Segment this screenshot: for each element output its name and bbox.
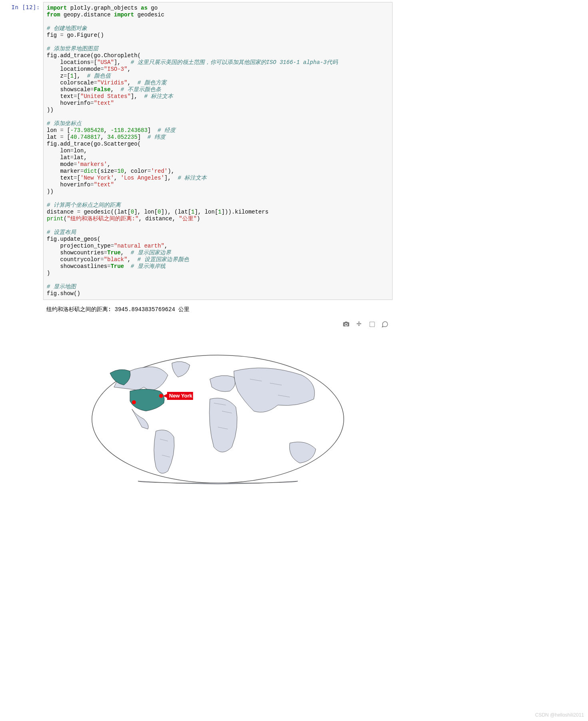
- plotly-map-output[interactable]: New York: [43, 331, 393, 515]
- stdout-output: 纽约和洛杉矶之间的距离: 3945.8943835769624 公里: [43, 304, 393, 316]
- marker-los-angeles[interactable]: [132, 400, 136, 404]
- hover-tooltip: New York: [163, 392, 193, 400]
- notebook: In [12]: import plotly.graph_objects as …: [0, 0, 393, 515]
- svg-rect-0: [370, 322, 375, 327]
- hover-icon[interactable]: [381, 321, 389, 328]
- code-input-area[interactable]: import plotly.graph_objects as go from g…: [43, 2, 393, 300]
- pan-icon[interactable]: [355, 321, 363, 328]
- output-cell: 纽约和洛杉矶之间的距离: 3945.8943835769624 公里: [0, 302, 393, 318]
- input-cell: In [12]: import plotly.graph_objects as …: [0, 0, 393, 302]
- marker-new-york[interactable]: [159, 394, 163, 398]
- input-prompt: In [12]:: [0, 2, 43, 300]
- africa-land: [209, 398, 237, 452]
- tooltip-label: New York: [169, 393, 193, 399]
- camera-icon[interactable]: [343, 321, 350, 328]
- output-prompt-spacer: [0, 304, 43, 316]
- box-select-icon[interactable]: [369, 321, 376, 328]
- plotly-modebar: [43, 318, 393, 331]
- world-map[interactable]: New York: [90, 347, 346, 491]
